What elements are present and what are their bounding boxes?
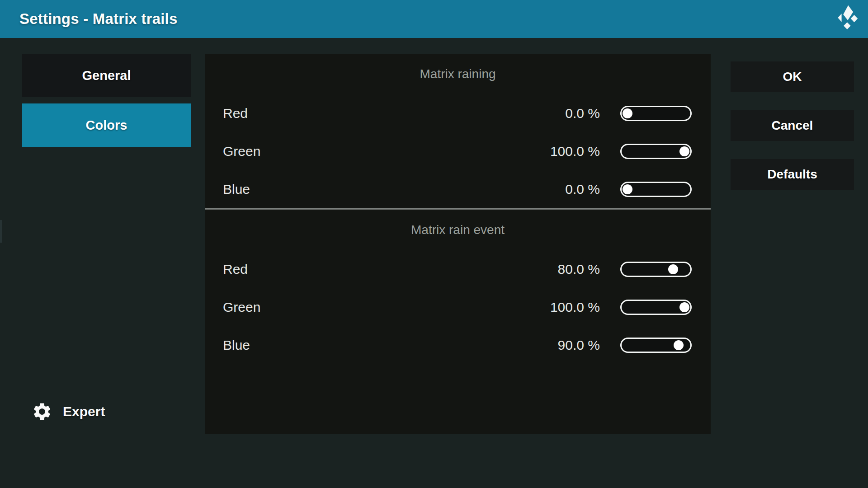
defaults-button[interactable]: Defaults [731,159,854,190]
setting-value: 0.0 % [500,182,600,197]
blue-slider[interactable] [620,182,692,197]
setting-label: Blue [223,182,500,197]
sidebar-item-general[interactable]: General [22,54,191,97]
settings-level-label: Expert [63,404,105,419]
setting-value: 80.0 % [500,262,600,277]
slider-knob[interactable] [679,302,689,312]
action-buttons: OK Cancel Defaults [731,61,854,208]
red-slider[interactable] [620,262,692,277]
setting-label: Green [223,144,500,159]
setting-row: Green 100.0 % [205,132,711,170]
settings-section: Matrix rain event Red 80.0 % Green 100.0… [205,210,711,364]
gear-icon [32,401,52,422]
setting-row: Red 80.0 % [205,250,711,288]
settings-panel: Matrix raining Red 0.0 % Green 100.0 % B… [205,54,711,434]
button-label: Defaults [767,167,817,182]
setting-label: Green [223,300,500,315]
red-slider[interactable] [620,106,692,121]
category-sidebar: General Colors [22,54,191,153]
setting-value: 100.0 % [500,300,600,315]
slider-knob[interactable] [674,340,684,350]
settings-level-button[interactable]: Expert [32,401,105,422]
setting-label: Red [223,262,500,277]
sidebar-item-label: Colors [86,118,127,133]
setting-value: 0.0 % [500,106,600,121]
slider-knob[interactable] [668,264,678,274]
ok-button[interactable]: OK [731,61,854,92]
setting-label: Red [223,106,500,121]
title-bar: Settings - Matrix trails [0,0,868,38]
button-label: Cancel [772,118,813,133]
slider-knob[interactable] [623,184,632,194]
settings-section: Matrix raining Red 0.0 % Green 100.0 % B… [205,54,711,208]
slider-knob[interactable] [679,146,689,156]
blue-slider[interactable] [620,338,692,353]
button-label: OK [783,70,802,84]
cancel-button[interactable]: Cancel [731,110,854,141]
setting-row: Red 0.0 % [205,94,711,132]
setting-label: Blue [223,338,500,353]
setting-value: 100.0 % [500,144,600,159]
green-slider[interactable] [620,300,692,315]
setting-row: Blue 90.0 % [205,326,711,364]
setting-value: 90.0 % [500,338,600,353]
section-title: Matrix rain event [205,210,711,250]
slider-knob[interactable] [623,108,632,118]
sidebar-item-colors[interactable]: Colors [22,103,191,147]
setting-row: Green 100.0 % [205,288,711,326]
section-title: Matrix raining [205,54,711,94]
setting-row: Blue 0.0 % [205,170,711,208]
kodi-logo-icon [835,2,863,31]
sidebar-item-label: General [82,68,131,83]
dialog-title: Settings - Matrix trails [19,10,178,28]
scroll-indicator [0,220,2,243]
green-slider[interactable] [620,144,692,159]
